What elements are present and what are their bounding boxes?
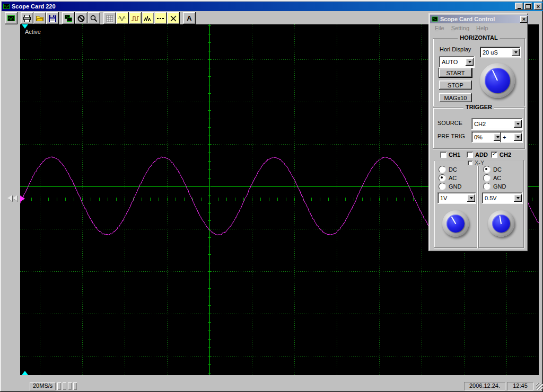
ch2-enable-checkbox[interactable]: CH2 (490, 152, 512, 158)
printer-icon (23, 14, 31, 23)
ch2-position-marker[interactable] (20, 195, 25, 202)
letter-a-icon: A (187, 15, 191, 22)
dual-trace-button[interactable] (62, 12, 75, 24)
close-icon: × (537, 4, 540, 10)
spectrum-display-button[interactable] (142, 12, 154, 24)
pretrig-label: PRE TRIG (437, 133, 465, 139)
x-marker-button[interactable] (167, 12, 180, 24)
stop-button[interactable]: STOP (439, 81, 472, 90)
trigger-position-marker[interactable] (22, 24, 28, 29)
menu-setting[interactable]: Setting (448, 24, 473, 32)
add-label: ADD (475, 152, 488, 158)
trigger-slope-value: + (503, 134, 514, 140)
ch1-coupling-dc[interactable]: DC (439, 166, 457, 173)
sine-wave-icon (118, 14, 127, 23)
trigger-source-value: CH2 (474, 121, 514, 127)
close-button[interactable]: × (534, 3, 542, 10)
main-window-title: Scope Card 220 (12, 3, 56, 10)
annotate-button[interactable]: A (183, 12, 196, 24)
ch1-coupling-ac[interactable]: AC (439, 174, 457, 182)
minimize-icon (518, 8, 521, 9)
ch2-coupling-dc[interactable]: DC (483, 166, 502, 173)
ch1-label: CH1 (449, 152, 460, 158)
dropdown-arrow-icon[interactable] (512, 49, 520, 56)
dashed-line-button[interactable] (154, 12, 167, 24)
start-button[interactable]: START (439, 68, 472, 77)
ch1-range-value: 1V (440, 195, 467, 201)
open-folder-icon (36, 14, 44, 23)
bottom-marker (22, 371, 28, 375)
ch2-label: CH2 (500, 152, 511, 158)
pulse-wave-icon (131, 14, 139, 23)
hori-display-value: AUTO (442, 59, 466, 65)
control-app-icon (431, 15, 439, 23)
status-time: 12:45 (507, 382, 533, 390)
statusbar: 20MS/s 2006.12.24. 12:45 (2, 380, 543, 391)
pretrig-select[interactable]: 0% (471, 131, 503, 143)
scope-window-button[interactable] (5, 12, 17, 24)
stop-acquisition-button[interactable] (75, 12, 87, 24)
open-button[interactable] (33, 12, 46, 24)
radio-icon (439, 183, 446, 190)
sine-display-button[interactable] (116, 12, 129, 24)
no-entry-icon (77, 14, 85, 23)
dropdown-arrow-icon[interactable] (514, 120, 522, 128)
checkbox-icon (440, 152, 446, 158)
ch2-coupling-ac[interactable]: AC (483, 174, 501, 182)
menu-help[interactable]: Help (473, 24, 492, 32)
checkbox-checked-icon (491, 152, 497, 158)
radio-selected-icon (483, 166, 491, 173)
x-marker-icon (169, 14, 178, 23)
dropdown-arrow-icon[interactable] (466, 58, 474, 66)
control-close-button[interactable]: × (520, 16, 528, 23)
control-titlebar: Scope Card Control × (430, 15, 529, 23)
menu-file[interactable]: File (432, 24, 448, 32)
pulse-display-button[interactable] (129, 12, 142, 24)
radio-icon (439, 166, 446, 173)
save-button[interactable] (46, 12, 59, 24)
control-menubar: File Setting Help (430, 23, 528, 32)
mag-x10-button[interactable]: MAGx10 (439, 93, 472, 102)
add-checkbox[interactable]: ADD (466, 152, 489, 158)
trigger-source-select[interactable]: CH2 (471, 118, 523, 130)
knob-pointer (492, 70, 498, 81)
ch2-range-select[interactable]: 0.5V (482, 192, 523, 204)
hori-display-select[interactable]: AUTO (439, 56, 475, 68)
ch1-range-select[interactable]: 1V (437, 192, 476, 204)
dropdown-arrow-icon[interactable] (514, 194, 522, 202)
grid-toggle-button[interactable] (103, 12, 116, 24)
trigger-group: TRIGGER SOURCE CH2 PRE TRIG 0% + (433, 108, 525, 149)
ch1-position-knob[interactable] (442, 210, 469, 237)
floppy-icon (48, 14, 57, 23)
main-titlebar: Scope Card 220 × (2, 2, 543, 11)
print-button[interactable] (21, 12, 33, 24)
pretrig-value: 0% (474, 134, 494, 140)
dropdown-arrow-icon[interactable] (467, 194, 475, 202)
zoom-button[interactable] (87, 12, 100, 24)
horizontal-knob[interactable] (480, 63, 515, 98)
resize-grip[interactable] (536, 383, 543, 390)
hori-display-label: Hori Display (440, 46, 471, 52)
radio-icon (483, 183, 491, 190)
knob-pointer (451, 217, 457, 225)
dropdown-arrow-icon[interactable] (514, 133, 522, 141)
ch2-coupling-gnd[interactable]: GND (483, 183, 506, 190)
trace-position-arrows[interactable] (7, 195, 17, 201)
control-window: Scope Card Control × File Setting Help H… (428, 13, 528, 252)
minimize-button[interactable] (515, 3, 523, 10)
sample-rate-indicator[interactable]: 20MS/s (30, 382, 56, 390)
status-segment (57, 382, 61, 390)
ch2-position-knob[interactable] (488, 210, 514, 237)
knob-pointer (499, 216, 502, 224)
maximize-button[interactable] (524, 3, 532, 10)
ch1-group: DC AC GND 1V (434, 160, 477, 248)
timebase-value: 20 uS (483, 49, 512, 56)
ch1-enable-checkbox[interactable]: CH1 (439, 152, 461, 158)
xy-checkbox[interactable]: X-Y (467, 159, 485, 166)
ch1-coupling-gnd[interactable]: GND (439, 183, 461, 190)
trace-arrow-icon (13, 195, 17, 201)
trigger-slope-select[interactable]: + (500, 131, 523, 143)
timebase-select[interactable]: 20 uS (480, 47, 521, 58)
dual-display-icon (64, 14, 73, 23)
display-icon (7, 14, 15, 23)
